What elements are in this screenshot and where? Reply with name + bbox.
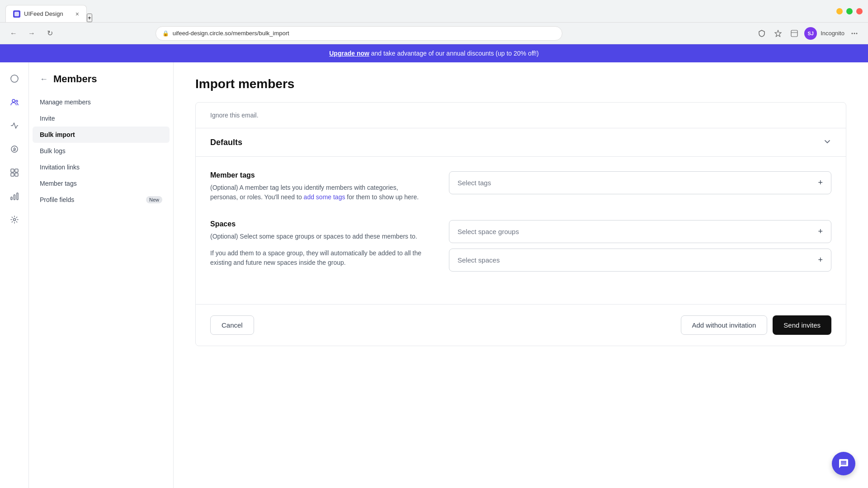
action-row: Cancel Add without invitation Send invit… [196,304,846,346]
svg-rect-16 [14,195,15,200]
add-some-tags-link[interactable]: add some tags [304,193,345,201]
member-tags-control-col: Select tags + [449,171,831,194]
svg-rect-0 [14,12,19,16]
defaults-body: Member tags (Optional) A member tag lets… [196,157,846,304]
address-bar[interactable]: 🔒 uifeed-design.circle.so/members/bulk_i… [156,26,562,41]
tab-favicon [13,10,20,18]
spaces-row: Spaces (Optional) Select some space grou… [210,220,831,272]
defaults-title: Defaults [210,138,242,147]
toolbar-right: SJ Incognito [755,27,861,40]
sidebar-nav: Manage members Invite Bulk import Bulk l… [29,94,173,208]
browser-layout-icon[interactable] [788,27,801,40]
spaces-heading: Spaces [210,220,427,228]
svg-rect-12 [15,169,18,172]
tab-title: UIFeed Design [24,10,63,17]
home-icon-nav[interactable] [5,70,24,88]
tab-close-button[interactable]: × [75,10,79,18]
svg-rect-14 [15,173,18,176]
content-panel: Ignore this email. Defaults Member tags … [195,102,846,346]
sidebar-item-member-tags[interactable]: Member tags [29,175,173,192]
back-nav-icon[interactable]: ← [40,75,48,84]
profile-avatar[interactable]: SJ [804,27,817,40]
svg-point-6 [856,33,857,34]
settings-icon-nav[interactable] [5,211,24,229]
select-spaces-plus-icon: + [818,255,823,265]
svg-point-9 [16,100,18,102]
svg-point-10 [11,146,18,152]
svg-point-8 [12,99,15,102]
sidebar-item-bulk-logs[interactable]: Bulk logs [29,143,173,159]
analytics-icon-nav[interactable] [5,187,24,205]
send-invites-button[interactable]: Send invites [773,315,831,335]
select-spaces-control[interactable]: Select spaces + [449,249,831,272]
sidebar-title: Members [53,73,97,85]
active-tab[interactable]: UIFeed Design × [5,5,87,22]
forward-button[interactable]: → [25,27,38,40]
chevron-down-icon [823,137,831,147]
select-space-groups-plus-icon: + [818,227,823,236]
spaces-description2: If you add them to a space group, they w… [210,249,427,267]
svg-point-4 [851,33,853,34]
member-tags-heading: Member tags [210,171,427,179]
browser-tabs: UIFeed Design × + [5,0,92,22]
maximize-button[interactable] [846,8,853,14]
member-tags-label-col: Member tags (Optional) A member tag lets… [210,171,427,202]
svg-point-5 [854,33,855,34]
page-title: Import members [195,77,846,91]
members-icon-nav[interactable] [5,93,24,111]
browser-chrome: UIFeed Design × + ← → ↻ 🔒 uifeed-design.… [0,0,868,44]
banner-text: and take advantage of our annual discoun… [371,50,539,57]
activity-icon-nav[interactable] [5,117,24,135]
sidebar: ← Members Manage members Invite Bulk imp… [29,62,174,488]
svg-rect-13 [11,173,14,176]
add-without-invitation-button[interactable]: Add without invitation [681,315,768,335]
lock-icon: 🔒 [162,30,169,37]
defaults-section-header[interactable]: Defaults [196,128,846,157]
sidebar-item-invite[interactable]: Invite [29,110,173,127]
upgrade-link[interactable]: Upgrade now [329,50,369,57]
browser-toolbar: ← → ↻ 🔒 uifeed-design.circle.so/members/… [0,23,868,44]
main-content: Import members Ignore this email. Defaul… [174,62,868,488]
svg-marker-1 [775,30,781,37]
more-options-icon[interactable] [848,27,861,40]
member-tags-description: (Optional) A member tag lets you identif… [210,183,427,202]
shield-icon[interactable] [755,27,768,40]
select-tags-plus-icon: + [818,178,823,188]
back-button[interactable]: ← [7,27,20,40]
select-tags-control[interactable]: Select tags + [449,171,831,194]
select-spaces-placeholder: Select spaces [458,256,500,264]
refresh-button[interactable]: ↻ [43,27,56,40]
svg-point-7 [11,75,18,82]
spaces-control-col: Select space groups + Select spaces + [449,220,831,272]
svg-point-18 [13,219,15,221]
select-space-groups-control[interactable]: Select space groups + [449,220,831,243]
select-space-groups-placeholder: Select space groups [458,228,519,235]
primary-actions: Add without invitation Send invites [681,315,831,335]
minimize-button[interactable] [836,8,843,14]
select-tags-placeholder: Select tags [458,179,491,187]
star-icon[interactable] [772,27,784,40]
new-badge: New [146,196,162,203]
billing-icon-nav[interactable] [5,140,24,158]
chat-bubble-button[interactable] [832,452,855,475]
sidebar-item-invitation-links[interactable]: Invitation links [29,159,173,175]
upgrade-banner: Upgrade now and take advantage of our an… [0,44,868,62]
incognito-label: Incognito [821,30,844,37]
new-tab-button[interactable]: + [87,14,92,22]
sidebar-item-profile-fields[interactable]: Profile fields New [29,192,173,208]
url-text: uifeed-design.circle.so/members/bulk_imp… [173,30,289,37]
apps-icon-nav[interactable] [5,164,24,182]
spaces-label-col: Spaces (Optional) Select some space grou… [210,220,427,267]
close-button[interactable] [856,8,863,14]
member-tags-row: Member tags (Optional) A member tag lets… [210,171,831,202]
sidebar-item-bulk-import[interactable]: Bulk import [33,127,170,143]
cancel-button[interactable]: Cancel [210,315,254,335]
svg-rect-15 [11,197,12,200]
app-layout: ← Members Manage members Invite Bulk imp… [0,62,868,488]
svg-rect-11 [11,169,14,172]
icon-nav [0,62,29,488]
ignore-email-text: Ignore this email. [196,103,846,128]
sidebar-item-manage-members[interactable]: Manage members [29,94,173,110]
spaces-description1: (Optional) Select some space groups or s… [210,232,427,241]
svg-rect-2 [791,30,797,37]
